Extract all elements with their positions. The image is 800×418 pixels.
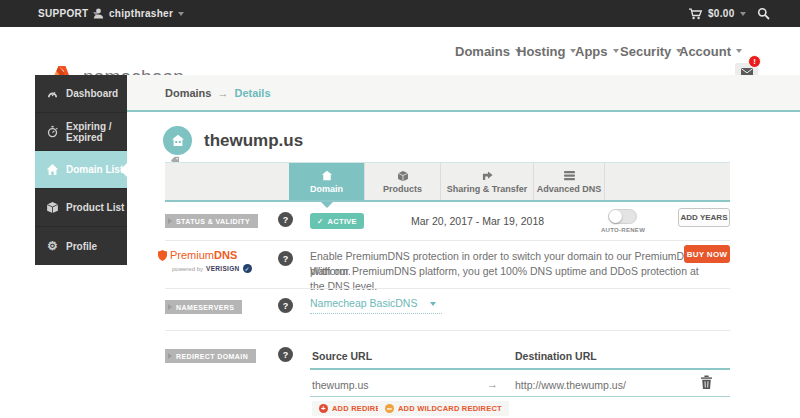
verisign-check-icon: ✓ bbox=[243, 264, 252, 273]
row-divider bbox=[165, 240, 730, 241]
buy-now-button[interactable]: BUY NOW bbox=[684, 245, 730, 263]
nameservers-select[interactable]: Namecheap BasicDNS bbox=[310, 297, 442, 314]
chevron-down-icon bbox=[178, 12, 184, 16]
nav-security[interactable]: Security bbox=[620, 27, 682, 75]
status-validity-label: STATUS & VALIDITY bbox=[165, 214, 258, 228]
table-rule-bottom bbox=[310, 396, 730, 397]
delete-redirect-button[interactable] bbox=[700, 375, 716, 391]
chevron-down-icon bbox=[740, 12, 746, 16]
notification-badge: ! bbox=[748, 55, 761, 68]
sidebar-item-expiring[interactable]: Expiring / Expired bbox=[35, 113, 127, 151]
help-icon[interactable]: ? bbox=[278, 212, 293, 227]
premium-text: Premium bbox=[170, 249, 214, 261]
row-divider bbox=[165, 330, 730, 331]
domain-avatar bbox=[163, 126, 192, 155]
home-icon bbox=[321, 170, 333, 182]
help-icon[interactable]: ? bbox=[278, 251, 293, 266]
infinity-circle-icon: ∞ bbox=[385, 404, 394, 413]
nav-label: Apps bbox=[575, 44, 608, 59]
table-rule-top bbox=[310, 368, 730, 370]
sidebar-item-label: Product List bbox=[66, 202, 124, 213]
tab-advanced-dns[interactable]: Advanced DNS bbox=[533, 163, 605, 200]
nav-hosting[interactable]: Hosting bbox=[517, 27, 576, 75]
account-user-menu[interactable]: chipthrasher bbox=[93, 0, 184, 27]
add-years-button[interactable]: ADD YEARS bbox=[678, 208, 730, 227]
search-button[interactable] bbox=[757, 0, 770, 27]
redirect-source-value: thewump.us bbox=[312, 379, 369, 391]
premiumdns-logo: PremiumDNS bbox=[158, 249, 237, 261]
person-icon bbox=[93, 8, 104, 19]
main-header: namecheap Domains Hosting Apps Security … bbox=[0, 27, 800, 75]
package-icon bbox=[397, 170, 409, 182]
sidebar-item-profile[interactable]: ⚙ Profile bbox=[35, 227, 127, 265]
support-menu[interactable]: SUPPORT bbox=[38, 0, 99, 27]
redirect-arrow: → bbox=[487, 378, 498, 390]
status-badge-label: ACTIVE bbox=[328, 217, 357, 226]
toggle-knob bbox=[609, 210, 622, 223]
tab-domain[interactable]: Domain bbox=[289, 163, 364, 200]
redirect-domain-label: REDIRECT DOMAIN bbox=[165, 349, 256, 363]
tab-sharing-transfer[interactable]: Sharing & Transfer bbox=[440, 163, 533, 200]
sidebar-item-label: Domain List bbox=[66, 164, 123, 175]
premiumdns-description-line2: With our PremiumDNS platform, you get 10… bbox=[310, 264, 710, 294]
page-title: thewump.us bbox=[204, 131, 303, 151]
tab-label: Sharing & Transfer bbox=[447, 184, 528, 194]
add-wildcard-redirect-button[interactable]: ∞ ADD WILDCARD REDIRECT bbox=[378, 401, 509, 416]
namecheap-domain-details-page: SUPPORT chipthrasher $0.00 bbox=[0, 0, 800, 418]
powered-by-label: powered by bbox=[172, 266, 203, 272]
sidebar-item-label: Dashboard bbox=[66, 88, 118, 99]
shield-icon bbox=[158, 250, 167, 261]
chevron-down-icon bbox=[736, 49, 742, 53]
tab-label: Products bbox=[383, 184, 422, 194]
breadcrumb-details: Details bbox=[234, 87, 270, 99]
help-icon[interactable]: ? bbox=[278, 298, 293, 313]
domain-tabbar: Domain Products Sharing & Transfer Advan… bbox=[165, 162, 730, 202]
sidebar-item-product-list[interactable]: Product List bbox=[35, 189, 127, 227]
help-icon[interactable]: ? bbox=[278, 347, 293, 362]
nav-apps[interactable]: Apps bbox=[575, 27, 619, 75]
destination-url-header: Destination URL bbox=[515, 350, 597, 362]
auto-renew-label: AUTO-RENEW bbox=[594, 227, 652, 233]
sidebar-item-label: Profile bbox=[66, 241, 97, 252]
nav-account[interactable]: Account bbox=[679, 27, 742, 75]
nav-domains[interactable]: Domains bbox=[455, 27, 521, 75]
support-label: SUPPORT bbox=[38, 8, 88, 19]
trash-icon bbox=[700, 375, 713, 390]
nav-label: Domains bbox=[455, 44, 510, 59]
nameservers-selected-value: Namecheap BasicDNS bbox=[310, 297, 417, 309]
gear-icon: ⚙ bbox=[46, 240, 59, 253]
tab-products[interactable]: Products bbox=[364, 163, 440, 200]
sidebar-item-domain-list[interactable]: Domain List bbox=[35, 151, 127, 189]
cart-amount: $0.00 bbox=[708, 8, 735, 19]
chevron-down-icon bbox=[430, 302, 436, 306]
redirect-destination-value: http://www.thewump.us/ bbox=[515, 379, 626, 391]
sidebar-item-label: Expiring / Expired bbox=[66, 121, 127, 143]
breadcrumb-domains[interactable]: Domains bbox=[165, 87, 211, 99]
cart-icon bbox=[688, 7, 703, 21]
breadcrumb: Domains → Details bbox=[127, 75, 800, 112]
share-icon bbox=[481, 170, 494, 182]
home-icon bbox=[171, 134, 185, 147]
sidebar-item-dashboard[interactable]: Dashboard bbox=[35, 75, 127, 113]
home-icon bbox=[46, 163, 59, 176]
package-icon bbox=[46, 201, 59, 214]
verisign-label: VERISIGN bbox=[206, 265, 239, 272]
breadcrumb-arrow: → bbox=[217, 87, 228, 99]
search-icon bbox=[757, 7, 770, 20]
nameservers-label: NAMESERVERS bbox=[165, 300, 242, 314]
nav-label: Account bbox=[679, 44, 731, 59]
cart-menu[interactable]: $0.00 bbox=[688, 0, 746, 27]
gauge-icon bbox=[46, 87, 59, 100]
auto-renew-toggle[interactable] bbox=[608, 209, 637, 224]
stopwatch-icon bbox=[46, 125, 59, 138]
tab-label: Advanced DNS bbox=[537, 184, 602, 194]
plus-circle-icon: + bbox=[319, 404, 328, 413]
chevron-down-icon bbox=[613, 49, 619, 53]
source-url-header: Source URL bbox=[312, 350, 372, 362]
nav-label: Hosting bbox=[517, 44, 565, 59]
verisign-tagline: powered by VERISIGN ✓ bbox=[172, 264, 252, 273]
nav-label: Security bbox=[620, 44, 671, 59]
sidebar: Dashboard Expiring / Expired Domain List… bbox=[35, 75, 127, 265]
add-wildcard-redirect-label: ADD WILDCARD REDIRECT bbox=[398, 404, 502, 413]
status-badge: ✓ ACTIVE bbox=[310, 213, 364, 229]
